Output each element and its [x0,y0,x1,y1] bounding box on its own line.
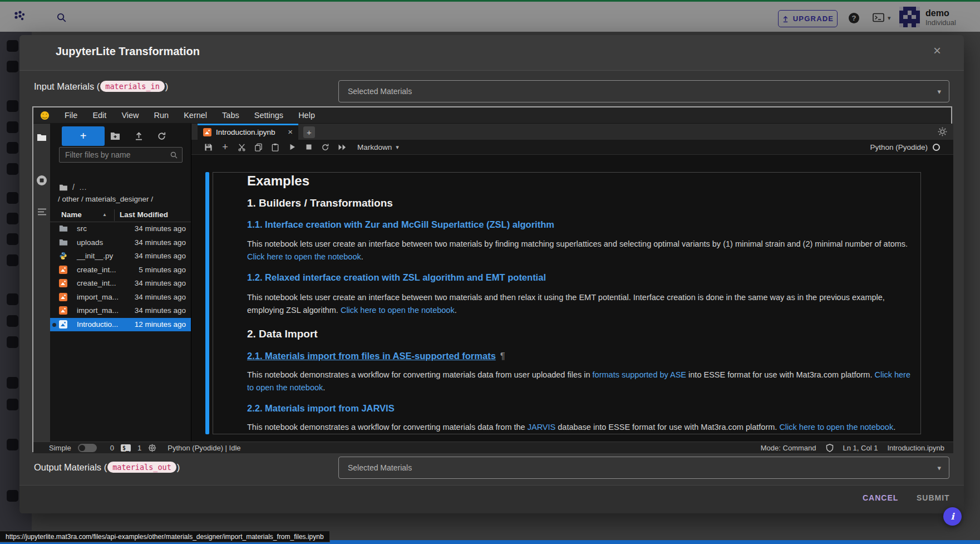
jupyterlite-transformation-modal: JupyterLite Transformation × Input Mater… [19,35,964,513]
chevron-down-icon: ▾ [937,464,941,472]
kernel-status-text[interactable]: Python (Pyodide) | Idle [168,444,240,452]
open-notebook-link[interactable]: Click here to open the notebook [341,306,455,315]
filter-search-icon [170,151,178,159]
cut-icon[interactable] [237,143,247,152]
open-notebook-link[interactable]: Click here to open the notebook [247,252,361,261]
notebook-icon [59,266,68,275]
menu-edit[interactable]: Edit [92,111,106,120]
terminals-count[interactable]: 0 [110,444,114,452]
running-dot-icon [52,323,56,327]
menu-help[interactable]: Help [298,111,315,120]
open-notebook-link[interactable]: Click here to open the notebook [779,423,893,432]
file-list-header: Name ▲ Last Modified [50,208,191,222]
menu-file[interactable]: File [65,111,77,120]
breadcrumb-root[interactable]: / [72,183,75,192]
breadcrumb-path[interactable]: / other / materials_designer / [58,195,153,203]
modal-footer: CANCEL SUBMIT [19,485,964,513]
link-url-statusbar: https://jupyterlite.mat3ra.com/files/api… [0,531,330,542]
modal-title: JupyterLite Transformation [56,45,200,58]
terminal-icon[interactable]: $_ [121,444,131,452]
menu-view[interactable]: View [121,111,139,120]
python-file-icon [59,252,68,261]
breadcrumb-ellipsis[interactable]: … [79,183,87,192]
file-row[interactable]: src 34 minutes ago [50,222,191,236]
paste-icon[interactable] [270,143,280,152]
file-row[interactable]: uploads 34 minutes ago [50,236,191,250]
notebook-icon [59,306,68,315]
notebook-icon [203,128,211,136]
output-materials-code-chip: materials_out [107,462,176,473]
notebook-icon [59,293,68,302]
upload-icon[interactable] [134,131,144,141]
heading-examples: Examples [247,173,309,189]
menu-settings[interactable]: Settings [254,111,283,120]
save-icon[interactable] [204,143,213,152]
ase-formats-link[interactable]: formats supported by ASE [593,370,686,379]
column-name[interactable]: Name [61,210,82,219]
run-icon[interactable] [287,143,297,152]
jupyter-statusbar: Simple 0 $_ 1 Python (Pyodide) | Idle Mo… [33,442,953,453]
file-row[interactable]: __init__.py 34 minutes ago [50,249,191,263]
kernel-status-icon[interactable] [933,144,940,151]
new-launcher-button[interactable]: + [62,126,105,146]
paragraph-1-2: This notebook lets user create an interf… [247,291,918,317]
kernel-settings-gear-icon[interactable] [937,126,948,137]
file-row[interactable]: import_ma... 34 minutes ago [50,304,191,318]
jupyter-menubar: File Edit View Run Kernel Tabs Settings … [33,107,951,124]
command-mode-indicator: Mode: Command [761,444,816,452]
close-icon[interactable]: × [288,127,293,136]
cell-type-select[interactable]: Markdown ▾ [357,143,399,151]
jarvis-link[interactable]: JARVIS [528,423,556,432]
insert-cell-icon[interactable]: + [220,143,230,152]
folder-icon [59,238,68,247]
menu-kernel[interactable]: Kernel [184,111,207,120]
heading-link-1-2[interactable]: 1.2. Relaxed interface creation with ZSL… [247,272,546,283]
tab-bar: Introduction.ipynb × + [191,124,953,140]
tab-title: Introduction.ipynb [216,128,275,136]
refresh-icon[interactable] [157,131,167,141]
new-folder-icon[interactable] [110,131,120,141]
file-row[interactable]: create_int... 34 minutes ago [50,277,191,291]
anchor-pilcrow[interactable]: ¶ [500,351,505,361]
close-icon[interactable]: × [933,43,941,58]
paragraph-2-2: This notebook demonstrates a workflow fo… [247,421,918,434]
kernel-chip-icon[interactable] [148,444,156,452]
file-row[interactable]: create_int... 5 minutes ago [50,263,191,277]
heading-link-1-1[interactable]: 1.1. Interface creation with Zur and McG… [247,219,554,230]
restart-run-all-icon[interactable] [337,143,347,152]
restart-kernel-icon[interactable] [321,143,330,152]
copy-icon[interactable] [254,143,263,152]
submit-button[interactable]: SUBMIT [917,493,950,502]
kernel-name[interactable]: Python (Pyodide) [870,143,928,151]
menu-tabs[interactable]: Tabs [222,111,239,120]
stop-icon[interactable] [304,143,313,152]
column-last-modified[interactable]: Last Modified [120,210,168,219]
tab-introduction-ipynb[interactable]: Introduction.ipynb × [198,124,298,140]
info-fab-button[interactable]: i [943,507,962,526]
heading-link-2-2[interactable]: 2.2. Materials import from JARVIS [247,403,395,414]
running-kernels-tab-icon[interactable] [36,175,47,186]
cancel-button[interactable]: CANCEL [863,493,898,502]
menu-run[interactable]: Run [154,111,169,120]
file-browser-tab-icon[interactable] [36,131,47,143]
statusbar-filename: Introduction.ipynb [887,444,944,452]
filter-files-input[interactable] [59,147,183,163]
jupyterlite-frame: File Edit View Run Kernel Tabs Settings … [32,106,952,452]
sort-asc-icon[interactable]: ▲ [102,212,107,217]
notebook-icon [59,320,68,329]
modal-header: JupyterLite Transformation × [19,35,964,71]
kernels-count[interactable]: 1 [137,444,141,452]
file-row-selected[interactable]: Introductio... 12 minutes ago [50,318,191,332]
cell-collapser-bar[interactable] [205,172,209,434]
heading-builders-transformations: 1. Builders / Transformations [247,197,393,209]
cursor-position[interactable]: Ln 1, Col 1 [843,444,878,452]
home-folder-icon[interactable] [59,184,68,191]
simple-mode-toggle[interactable] [78,444,97,452]
file-row[interactable]: import_ma... 34 minutes ago [50,291,191,305]
input-materials-select[interactable]: Selected Materials ▾ [338,80,949,102]
heading-link-2-1[interactable]: 2.1. Materials import from files in ASE-… [247,351,505,361]
shield-icon[interactable] [826,444,834,452]
add-tab-button[interactable]: + [303,126,315,138]
table-of-contents-tab-icon[interactable] [36,206,47,217]
output-materials-select[interactable]: Selected Materials ▾ [338,457,949,479]
